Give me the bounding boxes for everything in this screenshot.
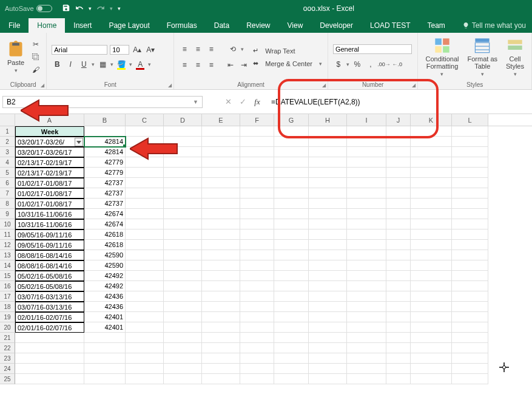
cell[interactable] bbox=[452, 209, 488, 219]
cell[interactable] bbox=[240, 126, 274, 137]
cell[interactable] bbox=[411, 312, 452, 322]
row-header[interactable]: 11 bbox=[0, 229, 15, 240]
cell[interactable] bbox=[126, 199, 164, 209]
cell[interactable] bbox=[274, 364, 309, 374]
row-header[interactable]: 22 bbox=[0, 343, 15, 353]
cell[interactable] bbox=[452, 353, 488, 364]
cell[interactable] bbox=[164, 260, 202, 271]
select-all-corner[interactable] bbox=[0, 114, 15, 126]
accept-formula-icon[interactable]: ✓ bbox=[236, 95, 249, 109]
cell[interactable] bbox=[452, 250, 488, 260]
col-header-g[interactable]: G bbox=[274, 114, 309, 126]
row-header[interactable]: 2 bbox=[0, 137, 15, 147]
row-header[interactable]: 12 bbox=[0, 240, 15, 250]
cell[interactable]: 01/02/17-01/08/17 bbox=[15, 188, 84, 199]
align-center-icon[interactable]: ≡ bbox=[192, 59, 203, 70]
tab-home[interactable]: Home bbox=[29, 18, 65, 33]
cell[interactable] bbox=[164, 291, 202, 302]
cancel-formula-icon[interactable]: ✕ bbox=[221, 95, 235, 109]
cell[interactable] bbox=[347, 168, 386, 178]
decrease-decimal-icon[interactable]: ←.0 bbox=[392, 59, 403, 70]
cell[interactable] bbox=[126, 333, 164, 343]
underline-dropdown-icon[interactable]: ▾ bbox=[92, 61, 95, 67]
wrap-text-button[interactable]: ↵ Wrap Text bbox=[253, 47, 322, 55]
row-header[interactable]: 18 bbox=[0, 302, 15, 312]
cell[interactable] bbox=[309, 374, 347, 384]
paste-button[interactable]: Paste ▾ bbox=[5, 39, 27, 75]
cell[interactable] bbox=[84, 374, 126, 384]
cell[interactable] bbox=[309, 322, 347, 333]
cell[interactable]: 42779 bbox=[84, 157, 126, 168]
cell[interactable] bbox=[309, 240, 347, 250]
cell[interactable] bbox=[274, 312, 309, 322]
cell[interactable] bbox=[411, 188, 452, 199]
cell[interactable] bbox=[202, 147, 240, 157]
row-header[interactable]: 14 bbox=[0, 260, 15, 271]
decrease-indent-icon[interactable]: ⇤ bbox=[225, 59, 236, 70]
cell[interactable] bbox=[126, 291, 164, 302]
cell[interactable] bbox=[386, 353, 411, 364]
cell[interactable] bbox=[84, 126, 126, 137]
cell[interactable] bbox=[202, 260, 240, 271]
cell[interactable]: 02/13/17-02/19/17 bbox=[15, 157, 84, 168]
row-header[interactable]: 13 bbox=[0, 250, 15, 260]
cell[interactable] bbox=[452, 364, 488, 374]
cell[interactable]: 02/01/16-02/07/16 bbox=[15, 322, 84, 333]
cell[interactable] bbox=[164, 209, 202, 219]
tell-me-search[interactable]: Tell me what you bbox=[456, 18, 532, 33]
cell[interactable] bbox=[347, 302, 386, 312]
row-header[interactable]: 3 bbox=[0, 147, 15, 157]
cell[interactable] bbox=[452, 178, 488, 188]
cell[interactable] bbox=[309, 229, 347, 240]
cell[interactable] bbox=[164, 333, 202, 343]
cell[interactable] bbox=[347, 250, 386, 260]
cell[interactable] bbox=[240, 199, 274, 209]
cell[interactable] bbox=[347, 322, 386, 333]
align-left-icon[interactable]: ≡ bbox=[179, 59, 190, 70]
font-dialog-icon[interactable]: ◢ bbox=[168, 83, 172, 88]
cell[interactable] bbox=[309, 157, 347, 168]
cell[interactable]: 03/07/16-03/13/16 bbox=[15, 302, 84, 312]
cell[interactable] bbox=[411, 291, 452, 302]
tab-developer[interactable]: Developer bbox=[311, 18, 362, 33]
cell[interactable] bbox=[347, 240, 386, 250]
cell[interactable] bbox=[15, 333, 84, 343]
cell[interactable] bbox=[309, 188, 347, 199]
cell[interactable] bbox=[126, 209, 164, 219]
cell[interactable] bbox=[309, 147, 347, 157]
cell[interactable] bbox=[309, 250, 347, 260]
cell[interactable] bbox=[347, 364, 386, 374]
undo-icon[interactable] bbox=[75, 4, 84, 13]
cut-icon[interactable]: ✂ bbox=[30, 39, 41, 50]
cell[interactable] bbox=[274, 199, 309, 209]
cell[interactable] bbox=[240, 229, 274, 240]
cell[interactable] bbox=[347, 333, 386, 343]
cell[interactable] bbox=[452, 147, 488, 157]
cell[interactable] bbox=[274, 209, 309, 219]
cell[interactable] bbox=[202, 333, 240, 343]
orientation-dropdown-icon[interactable]: ▾ bbox=[241, 46, 244, 52]
tab-insert[interactable]: Insert bbox=[65, 18, 100, 33]
cell[interactable] bbox=[240, 333, 274, 343]
align-right-icon[interactable]: ≡ bbox=[206, 59, 217, 70]
cell[interactable] bbox=[15, 364, 84, 374]
cell[interactable] bbox=[15, 353, 84, 364]
cell[interactable]: 42779 bbox=[84, 168, 126, 178]
save-icon[interactable] bbox=[62, 4, 70, 13]
cell[interactable]: 02/01/16-02/07/16 bbox=[15, 312, 84, 322]
cell[interactable] bbox=[240, 188, 274, 199]
cell[interactable] bbox=[386, 137, 411, 147]
cell[interactable] bbox=[202, 168, 240, 178]
cell[interactable] bbox=[240, 322, 274, 333]
tab-formulas[interactable]: Formulas bbox=[158, 18, 206, 33]
cell[interactable] bbox=[347, 219, 386, 229]
col-header-l[interactable]: L bbox=[452, 114, 488, 126]
cell[interactable]: 01/02/17-01/08/17 bbox=[15, 178, 84, 188]
row-header[interactable]: 4 bbox=[0, 157, 15, 168]
cell[interactable] bbox=[452, 271, 488, 281]
cell[interactable] bbox=[126, 219, 164, 229]
cell[interactable] bbox=[411, 271, 452, 281]
cell[interactable] bbox=[164, 157, 202, 168]
cell[interactable] bbox=[411, 302, 452, 312]
cell[interactable] bbox=[240, 209, 274, 219]
